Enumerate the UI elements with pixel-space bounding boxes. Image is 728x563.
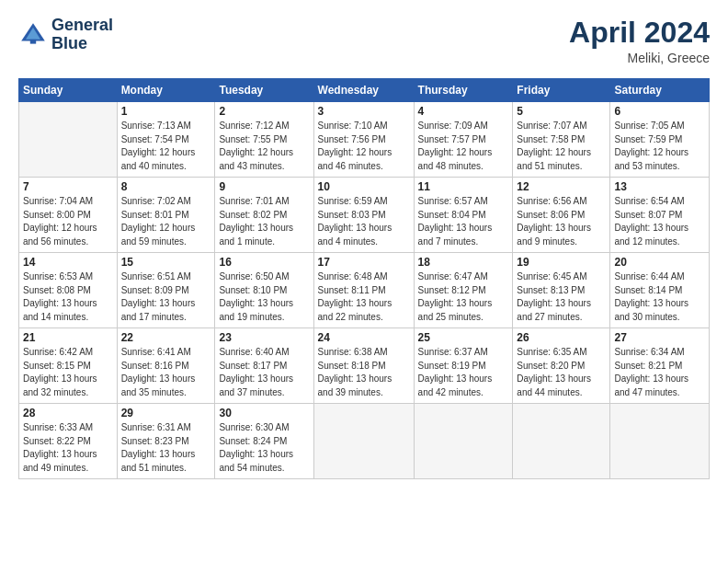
day-number: 22 xyxy=(121,331,211,344)
calendar-cell: 14Sunrise: 6:53 AMSunset: 8:08 PMDayligh… xyxy=(19,253,118,328)
day-info: Sunrise: 7:12 AMSunset: 7:55 PMDaylight:… xyxy=(219,120,309,173)
calendar-cell: 30Sunrise: 6:30 AMSunset: 8:24 PMDayligh… xyxy=(215,404,313,479)
calendar-cell: 25Sunrise: 6:37 AMSunset: 8:19 PMDayligh… xyxy=(414,328,513,404)
calendar-cell: 4Sunrise: 7:09 AMSunset: 7:57 PMDaylight… xyxy=(414,102,513,178)
day-info: Sunrise: 6:50 AMSunset: 8:10 PMDaylight:… xyxy=(219,270,309,324)
calendar-cell: 10Sunrise: 6:59 AMSunset: 8:03 PMDayligh… xyxy=(313,178,414,253)
calendar-cell: 13Sunrise: 6:54 AMSunset: 8:07 PMDayligh… xyxy=(610,178,710,253)
page: General Blue April 2024 Meliki, Greece S… xyxy=(0,0,728,488)
day-number: 7 xyxy=(23,180,113,193)
calendar-cell xyxy=(313,404,414,479)
logo-line1: General xyxy=(51,17,113,35)
day-number: 28 xyxy=(23,407,113,419)
col-sunday: Sunday xyxy=(19,79,118,102)
calendar-cell: 28Sunrise: 6:33 AMSunset: 8:22 PMDayligh… xyxy=(19,404,118,479)
header: General Blue April 2024 Meliki, Greece xyxy=(18,17,710,65)
calendar-cell xyxy=(19,102,118,178)
day-number: 10 xyxy=(318,180,410,193)
day-info: Sunrise: 6:59 AMSunset: 8:03 PMDaylight:… xyxy=(318,195,410,248)
col-saturday: Saturday xyxy=(610,79,710,102)
day-number: 6 xyxy=(614,105,705,118)
calendar-cell xyxy=(610,404,710,479)
calendar-cell: 20Sunrise: 6:44 AMSunset: 8:14 PMDayligh… xyxy=(610,253,710,328)
day-info: Sunrise: 7:13 AMSunset: 7:54 PMDaylight:… xyxy=(121,120,211,173)
calendar-cell: 19Sunrise: 6:45 AMSunset: 8:13 PMDayligh… xyxy=(513,253,610,328)
day-info: Sunrise: 6:38 AMSunset: 8:18 PMDaylight:… xyxy=(318,346,410,399)
day-info: Sunrise: 6:44 AMSunset: 8:14 PMDaylight:… xyxy=(614,270,705,324)
logo: General Blue xyxy=(18,17,113,53)
day-number: 25 xyxy=(418,331,509,344)
day-number: 3 xyxy=(318,105,410,118)
calendar-cell: 8Sunrise: 7:02 AMSunset: 8:01 PMDaylight… xyxy=(117,178,215,253)
week-row-4: 21Sunrise: 6:42 AMSunset: 8:15 PMDayligh… xyxy=(19,328,710,404)
location: Meliki, Greece xyxy=(569,51,710,65)
logo-text: General Blue xyxy=(51,17,113,53)
day-number: 29 xyxy=(121,407,211,419)
calendar-cell: 16Sunrise: 6:50 AMSunset: 8:10 PMDayligh… xyxy=(215,253,313,328)
calendar-cell: 27Sunrise: 6:34 AMSunset: 8:21 PMDayligh… xyxy=(610,328,710,404)
calendar: Sunday Monday Tuesday Wednesday Thursday… xyxy=(18,78,710,479)
day-info: Sunrise: 6:47 AMSunset: 8:12 PMDaylight:… xyxy=(418,270,509,324)
week-row-5: 28Sunrise: 6:33 AMSunset: 8:22 PMDayligh… xyxy=(19,404,710,479)
col-tuesday: Tuesday xyxy=(215,79,313,102)
calendar-cell: 3Sunrise: 7:10 AMSunset: 7:56 PMDaylight… xyxy=(313,102,414,178)
day-number: 16 xyxy=(219,256,309,269)
day-info: Sunrise: 6:45 AMSunset: 8:13 PMDaylight:… xyxy=(517,270,606,324)
week-row-2: 7Sunrise: 7:04 AMSunset: 8:00 PMDaylight… xyxy=(19,178,710,253)
col-monday: Monday xyxy=(117,79,215,102)
calendar-cell: 21Sunrise: 6:42 AMSunset: 8:15 PMDayligh… xyxy=(19,328,118,404)
day-number: 5 xyxy=(517,105,606,118)
day-info: Sunrise: 6:51 AMSunset: 8:09 PMDaylight:… xyxy=(121,270,211,324)
logo-line2: Blue xyxy=(51,35,113,53)
day-number: 1 xyxy=(121,105,211,118)
week-row-3: 14Sunrise: 6:53 AMSunset: 8:08 PMDayligh… xyxy=(19,253,710,328)
calendar-cell: 17Sunrise: 6:48 AMSunset: 8:11 PMDayligh… xyxy=(313,253,414,328)
calendar-cell: 11Sunrise: 6:57 AMSunset: 8:04 PMDayligh… xyxy=(414,178,513,253)
day-info: Sunrise: 6:33 AMSunset: 8:22 PMDaylight:… xyxy=(23,421,113,475)
day-info: Sunrise: 6:42 AMSunset: 8:15 PMDaylight:… xyxy=(23,346,113,399)
day-number: 23 xyxy=(219,331,309,344)
day-number: 2 xyxy=(219,105,309,118)
day-info: Sunrise: 7:10 AMSunset: 7:56 PMDaylight:… xyxy=(318,120,410,173)
title-block: April 2024 Meliki, Greece xyxy=(569,17,710,65)
svg-rect-2 xyxy=(30,40,36,44)
calendar-cell: 1Sunrise: 7:13 AMSunset: 7:54 PMDaylight… xyxy=(117,102,215,178)
day-number: 17 xyxy=(318,256,410,269)
day-info: Sunrise: 7:09 AMSunset: 7:57 PMDaylight:… xyxy=(418,120,509,173)
calendar-cell: 5Sunrise: 7:07 AMSunset: 7:58 PMDaylight… xyxy=(513,102,610,178)
day-info: Sunrise: 6:53 AMSunset: 8:08 PMDaylight:… xyxy=(23,270,113,324)
day-number: 18 xyxy=(418,256,509,269)
calendar-cell: 15Sunrise: 6:51 AMSunset: 8:09 PMDayligh… xyxy=(117,253,215,328)
month-title: April 2024 xyxy=(569,17,710,49)
calendar-cell xyxy=(513,404,610,479)
day-info: Sunrise: 6:31 AMSunset: 8:23 PMDaylight:… xyxy=(121,421,211,475)
day-number: 12 xyxy=(517,180,606,193)
day-number: 14 xyxy=(23,256,113,269)
calendar-cell: 18Sunrise: 6:47 AMSunset: 8:12 PMDayligh… xyxy=(414,253,513,328)
day-number: 13 xyxy=(614,180,705,193)
day-info: Sunrise: 7:01 AMSunset: 8:02 PMDaylight:… xyxy=(219,195,309,248)
calendar-cell: 22Sunrise: 6:41 AMSunset: 8:16 PMDayligh… xyxy=(117,328,215,404)
day-number: 8 xyxy=(121,180,211,193)
calendar-cell: 29Sunrise: 6:31 AMSunset: 8:23 PMDayligh… xyxy=(117,404,215,479)
day-number: 24 xyxy=(318,331,410,344)
logo-icon xyxy=(18,20,48,50)
day-number: 20 xyxy=(614,256,705,269)
calendar-header-row: Sunday Monday Tuesday Wednesday Thursday… xyxy=(19,79,710,102)
day-info: Sunrise: 7:02 AMSunset: 8:01 PMDaylight:… xyxy=(121,195,211,248)
day-info: Sunrise: 6:40 AMSunset: 8:17 PMDaylight:… xyxy=(219,346,309,399)
day-info: Sunrise: 6:54 AMSunset: 8:07 PMDaylight:… xyxy=(614,195,705,248)
day-info: Sunrise: 6:35 AMSunset: 8:20 PMDaylight:… xyxy=(517,346,606,399)
calendar-cell: 24Sunrise: 6:38 AMSunset: 8:18 PMDayligh… xyxy=(313,328,414,404)
day-info: Sunrise: 7:05 AMSunset: 7:59 PMDaylight:… xyxy=(614,120,705,173)
day-number: 4 xyxy=(418,105,509,118)
calendar-cell: 26Sunrise: 6:35 AMSunset: 8:20 PMDayligh… xyxy=(513,328,610,404)
day-number: 26 xyxy=(517,331,606,344)
day-info: Sunrise: 6:41 AMSunset: 8:16 PMDaylight:… xyxy=(121,346,211,399)
day-info: Sunrise: 7:07 AMSunset: 7:58 PMDaylight:… xyxy=(517,120,606,173)
calendar-cell xyxy=(414,404,513,479)
calendar-cell: 7Sunrise: 7:04 AMSunset: 8:00 PMDaylight… xyxy=(19,178,118,253)
day-number: 9 xyxy=(219,180,309,193)
day-number: 19 xyxy=(517,256,606,269)
day-info: Sunrise: 6:30 AMSunset: 8:24 PMDaylight:… xyxy=(219,421,309,475)
